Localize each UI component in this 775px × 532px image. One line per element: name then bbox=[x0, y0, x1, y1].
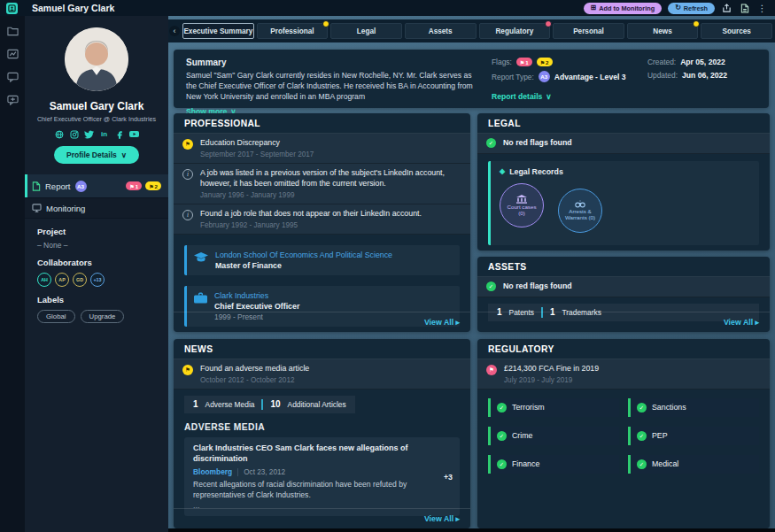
check-label: Terrorism bbox=[512, 403, 545, 412]
court-cases-label: Court cases bbox=[507, 204, 536, 210]
report-label: Report bbox=[45, 181, 71, 191]
collaborators-section: Collaborators AH AP GD +13 bbox=[25, 250, 168, 287]
report-type-badge: A3 bbox=[539, 71, 550, 82]
article-headline[interactable]: Clark Industries CEO Sam Clark faces new… bbox=[193, 443, 437, 464]
check-label: PEP bbox=[652, 431, 668, 440]
rail-folder-icon[interactable] bbox=[6, 25, 19, 37]
article-more-count[interactable]: +3 bbox=[444, 473, 453, 482]
company-link[interactable]: Clark Industries bbox=[214, 291, 299, 300]
twitter-icon[interactable] bbox=[84, 129, 94, 139]
report-details-label: Report details bbox=[492, 92, 542, 101]
app-logo-icon[interactable] bbox=[6, 3, 18, 14]
green-check-icon: ✓ bbox=[637, 459, 647, 469]
label-tag[interactable]: Global bbox=[37, 310, 75, 323]
arrests-warrants-circle[interactable]: Arrests & Warrants (0) bbox=[558, 189, 602, 233]
legal-records-panel: ◈ Legal Records Court cases (0) Arrests … bbox=[488, 161, 759, 245]
info-item-text: A job was listed in a previous version o… bbox=[200, 168, 460, 189]
no-flags-text: No red flags found bbox=[503, 138, 572, 149]
tab-label: Executive Summary bbox=[183, 27, 252, 35]
school-link[interactable]: London School Of Economics And Political… bbox=[215, 251, 392, 259]
no-flags-item: ✓ No red flags found bbox=[477, 277, 770, 297]
no-flags-text: No red flags found bbox=[503, 281, 572, 292]
summary-text: Samuel "Sam" Gary Clark currently reside… bbox=[186, 70, 474, 102]
article-body: Recent allegations of racial discriminat… bbox=[193, 480, 437, 500]
tab-regulatory[interactable]: Regulatory bbox=[479, 23, 551, 39]
tab-personal[interactable]: Personal bbox=[553, 23, 624, 39]
collaborator-avatar[interactable]: AH bbox=[37, 273, 51, 287]
news-view-all-link[interactable]: View All ▸ bbox=[174, 508, 470, 528]
regulatory-card: REGULATORY ⚑ £214,300 FCA Fine in 2019 J… bbox=[477, 339, 770, 528]
label-tag[interactable]: Upgrade bbox=[81, 310, 125, 323]
yellow-flag-icon: ⚑ bbox=[182, 139, 193, 150]
tab-news[interactable]: News bbox=[627, 23, 699, 39]
degree: Master of Finance bbox=[215, 261, 392, 270]
article-source-link[interactable]: Bloomberg bbox=[193, 467, 232, 476]
check-label: Crime bbox=[512, 431, 532, 440]
sidebar-item-monitoring[interactable]: Monitoring bbox=[25, 197, 168, 219]
topbar-actions: ⊞ Add to Monitoring ↻ Refresh ⋮ bbox=[584, 3, 775, 14]
check-pep: ✓PEP bbox=[628, 427, 759, 445]
nav-rail bbox=[0, 16, 25, 532]
project-value: – None – bbox=[37, 241, 156, 250]
tab-label: Legal bbox=[357, 27, 376, 35]
download-pdf-icon[interactable] bbox=[739, 3, 750, 14]
instagram-icon[interactable] bbox=[69, 129, 79, 139]
info-item-dates: January 1996 - January 1999 bbox=[200, 191, 460, 199]
flag-item-dates: October 2012 - October 2012 bbox=[200, 376, 309, 384]
check-sanctions: ✓Sanctions bbox=[628, 398, 759, 417]
collaborator-avatar-more[interactable]: +13 bbox=[90, 273, 105, 287]
refresh-button[interactable]: ↻ Refresh bbox=[668, 3, 715, 14]
profile-role: Chief Executive Officer @ Clark Industri… bbox=[25, 115, 168, 123]
adverse-media-title: ADVERSE MEDIA bbox=[174, 413, 470, 436]
top-bar: Samuel Gary Clark ⊞ Add to Monitoring ↻ … bbox=[0, 0, 775, 16]
flag-item: ⚑ Found an adverse media article October… bbox=[174, 359, 470, 389]
check-crime: ✓Crime bbox=[488, 427, 619, 445]
profile-details-button[interactable]: Profile Details ∨ bbox=[54, 146, 139, 164]
tab-assets[interactable]: Assets bbox=[405, 23, 477, 39]
rail-reports-icon[interactable] bbox=[6, 48, 19, 60]
profile-sidebar: Samuel Gary Clark Chief Executive Office… bbox=[25, 16, 168, 532]
project-section: Project – None – bbox=[25, 219, 168, 250]
regulatory-card-title: REGULATORY bbox=[477, 339, 770, 359]
regulatory-checks-grid: ✓Terrorism ✓Sanctions ✓Crime ✓PEP ✓Finan… bbox=[488, 398, 759, 474]
tab-legal[interactable]: Legal bbox=[330, 23, 402, 39]
no-flags-item: ✓ No red flags found bbox=[477, 134, 770, 154]
yellow-flags-pill: ⚑2 bbox=[145, 181, 161, 190]
news-counts-row: 1 Adverse Media 10 Additional Articles bbox=[184, 396, 355, 413]
collaborator-avatar[interactable]: GD bbox=[73, 273, 87, 287]
assets-view-all-link[interactable]: View All ▸ bbox=[477, 312, 770, 332]
rail-feedback-icon[interactable] bbox=[6, 94, 19, 106]
collaborator-avatar[interactable]: AP bbox=[55, 273, 69, 287]
tabs-scroll-left-icon[interactable]: ‹ bbox=[169, 26, 180, 36]
yellow-flag-icon: ⚑ bbox=[182, 365, 193, 375]
report-details-link[interactable]: Report details ∨ bbox=[492, 92, 552, 101]
website-icon[interactable] bbox=[54, 129, 64, 139]
adverse-article[interactable]: Clark Industries CEO Sam Clark faces new… bbox=[184, 437, 460, 517]
info-item: i A job was listed in a previous version… bbox=[174, 164, 470, 204]
tab-professional[interactable]: Professional bbox=[257, 23, 329, 39]
export-share-icon[interactable] bbox=[721, 3, 732, 14]
yellow-flags-count: 2 bbox=[155, 183, 158, 189]
green-check-icon: ✓ bbox=[497, 431, 507, 441]
flag-icon: ⚑ bbox=[149, 183, 153, 189]
refresh-label: Refresh bbox=[684, 4, 708, 12]
rail-chat-icon[interactable] bbox=[6, 71, 19, 83]
flag-icon: ⚑ bbox=[520, 59, 524, 66]
article-date: Oct 23, 2012 bbox=[237, 468, 285, 476]
monitoring-label: Monitoring bbox=[46, 204, 85, 213]
tab-executive-summary[interactable]: Executive Summary bbox=[182, 23, 254, 39]
adverse-media-label: Adverse Media bbox=[205, 400, 255, 409]
sidebar-item-report[interactable]: Report A3 ⚑1 ⚑2 bbox=[25, 174, 168, 197]
check-terrorism: ✓Terrorism bbox=[488, 398, 619, 417]
court-cases-circle[interactable]: Court cases (0) bbox=[500, 183, 544, 227]
project-label: Project bbox=[37, 227, 156, 236]
facebook-icon[interactable] bbox=[114, 129, 124, 139]
yellow-flag-dot bbox=[322, 20, 329, 27]
linkedin-icon[interactable]: in bbox=[99, 129, 109, 139]
youtube-icon[interactable] bbox=[129, 129, 139, 139]
more-menu-icon[interactable]: ⋮ bbox=[756, 3, 768, 14]
tab-sources[interactable]: Sources bbox=[701, 23, 772, 39]
add-to-monitoring-button[interactable]: ⊞ Add to Monitoring bbox=[584, 3, 663, 14]
additional-articles-label: Additional Articles bbox=[288, 400, 346, 409]
professional-view-all-link[interactable]: View All ▸ bbox=[174, 312, 470, 332]
